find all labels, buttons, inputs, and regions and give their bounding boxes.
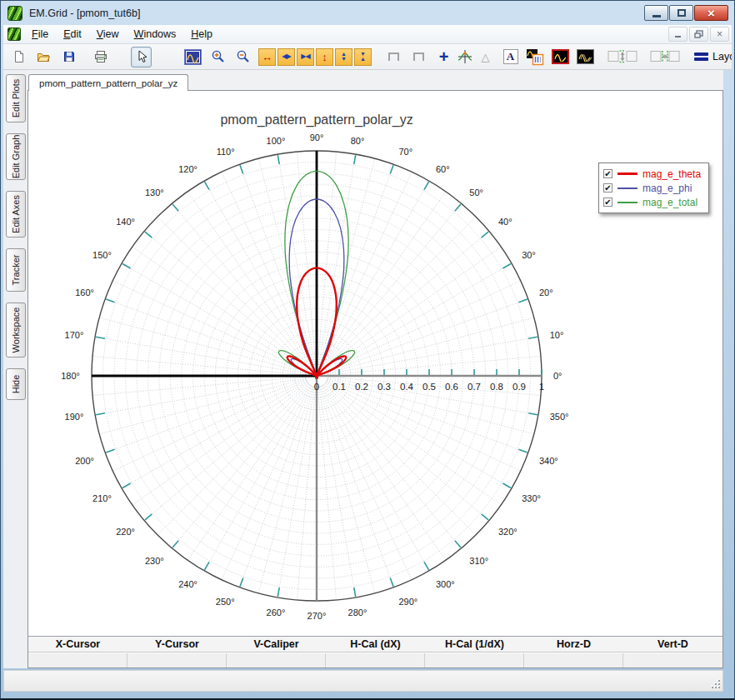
resize-grip-icon[interactable] (711, 679, 721, 689)
svg-text:130°: 130° (145, 188, 164, 198)
zoom-out-button[interactable] (232, 47, 253, 68)
sidebar-tab-edit-graph[interactable]: Edit Graph (6, 133, 26, 180)
widen-y-button[interactable]: ▲▼ (335, 48, 352, 66)
multi-plot-button[interactable] (575, 47, 596, 68)
title-bar: EM.Grid - [pmom_tut6b] × (1, 1, 734, 25)
region-select-button (383, 47, 404, 68)
sidebar-tab-edit-axes[interactable]: Edit Axes (6, 191, 26, 238)
svg-text:160°: 160° (75, 288, 94, 298)
sidebar-tab-label: Tracker (11, 255, 21, 286)
menu-help[interactable]: Help (183, 26, 220, 42)
menu-items: FileEditViewWindowsHelp (24, 26, 220, 42)
crosshair-icon: + (439, 49, 449, 64)
svg-text:290°: 290° (398, 597, 418, 607)
svg-text:240°: 240° (178, 579, 198, 589)
fit-plot-icon (184, 49, 202, 65)
toolbar: ↔ ◀▶ ▶◀ ↕ ▲▼ ▼▲ + △ A (3, 44, 732, 70)
svg-text:0.8: 0.8 (490, 382, 503, 392)
sidebar-tab-workspace[interactable]: Workspace (6, 302, 26, 358)
svg-text:120°: 120° (178, 164, 198, 174)
legend-checkbox[interactable]: ✔ (603, 198, 612, 207)
shrink-y-button[interactable]: ▼▲ (354, 48, 372, 66)
readout-value-cell (227, 653, 326, 668)
svg-text:60°: 60° (436, 164, 450, 174)
minimize-button[interactable] (644, 5, 668, 21)
print-button[interactable] (90, 47, 111, 68)
menu-view[interactable]: View (89, 26, 127, 42)
new-file-button[interactable] (8, 47, 29, 68)
zoom-out-icon (236, 49, 251, 64)
align-vertical-button (607, 47, 638, 68)
shrink-x-button[interactable]: ▶◀ (297, 48, 314, 66)
mdi-restore-button[interactable] (689, 27, 708, 42)
v-arrows-out-icon: ▲▼ (341, 52, 347, 62)
widen-x-button[interactable]: ◀▶ (278, 48, 295, 66)
readout-value-cell (425, 653, 524, 668)
multi-plot-icon (577, 49, 594, 64)
v-arrows-in-icon: ▼▲ (360, 52, 366, 62)
zoom-in-button[interactable] (208, 47, 228, 68)
menu-windows[interactable]: Windows (127, 26, 184, 42)
plot-panel[interactable]: pmom_pattern_pattern_polar_yz 00.10.20.3… (28, 91, 722, 636)
text-annotation-button[interactable]: A (500, 47, 521, 68)
chart-legend: ✔mag_e_theta✔mag_e_phi✔mag_e_total (598, 162, 709, 213)
layout-label: Layout (712, 51, 732, 62)
expand-y-button[interactable]: ↕ (316, 48, 333, 66)
svg-text:350°: 350° (550, 412, 569, 422)
sidebar-tab-hide[interactable]: Hide (6, 368, 26, 400)
mdi-minimize-button[interactable] (668, 27, 688, 42)
svg-text:20°: 20° (539, 288, 553, 298)
close-button[interactable]: × (694, 5, 728, 21)
svg-text:0.7: 0.7 (468, 382, 481, 392)
single-plot-button[interactable] (550, 47, 571, 68)
maximize-button[interactable] (669, 5, 693, 21)
menu-edit[interactable]: Edit (56, 26, 89, 42)
legend-checkbox[interactable]: ✔ (603, 169, 612, 178)
align-vertical-icon (608, 49, 638, 64)
svg-text:0.3: 0.3 (378, 382, 391, 392)
readout-col-y-cursor: Y-Cursor (128, 638, 227, 650)
tracker-tool-button[interactable] (454, 47, 475, 68)
sidebar-tab-edit-plots[interactable]: Edit Plots (6, 74, 26, 122)
svg-text:1: 1 (539, 382, 544, 392)
menu-file[interactable]: File (24, 26, 56, 42)
expand-x-button[interactable]: ↔ (258, 48, 276, 66)
new-file-icon (12, 50, 26, 63)
readout-col-x-cursor: X-Cursor (28, 638, 128, 650)
readout-value-cell (326, 653, 425, 668)
mdi-close-button[interactable]: × (710, 27, 729, 42)
print-icon (93, 50, 108, 63)
status-bar (3, 670, 723, 692)
fit-plot-button[interactable] (182, 47, 203, 68)
svg-text:0°: 0° (553, 371, 562, 381)
save-button[interactable] (58, 47, 79, 68)
document-tab[interactable]: pmom_pattern_pattern_polar_yz (28, 74, 188, 91)
svg-text:340°: 340° (539, 456, 558, 466)
svg-text:0: 0 (314, 382, 319, 392)
pointer-tool-button[interactable] (131, 47, 152, 68)
svg-text:10°: 10° (550, 330, 564, 340)
legend-row-mag-e-total: ✔mag_e_total (603, 195, 701, 209)
save-icon (62, 50, 76, 63)
legend-checkbox[interactable]: ✔ (603, 183, 612, 192)
open-file-button[interactable] (33, 47, 54, 68)
plot-report-button[interactable] (525, 47, 546, 68)
window-bottom-frame (1, 692, 734, 698)
minimize-icon (652, 15, 661, 18)
svg-text:320°: 320° (498, 527, 518, 537)
legend-line-sample (618, 172, 638, 175)
readout-value-cell (524, 653, 623, 668)
crosshair-button[interactable]: + (433, 47, 454, 68)
svg-text:200°: 200° (75, 456, 94, 466)
layout-icon (694, 52, 708, 61)
region-zoom-button (408, 47, 429, 68)
sidebar-tab-tracker[interactable]: Tracker (6, 248, 26, 292)
readout-header: X-CursorY-CursorV-CaliperH-Cal (dX)H-Cal… (28, 637, 722, 652)
readout-col-v-caliper: V-Caliper (227, 638, 326, 650)
sidebar-tab-label: Edit Graph (11, 135, 21, 179)
document-area: pmom_pattern_pattern_polar_yz pmom_patte… (28, 70, 723, 668)
svg-text:310°: 310° (469, 556, 488, 566)
h-arrows-out-icon: ◀▶ (282, 53, 290, 60)
readout-values (28, 652, 722, 668)
layout-button[interactable]: Layout (694, 51, 732, 62)
